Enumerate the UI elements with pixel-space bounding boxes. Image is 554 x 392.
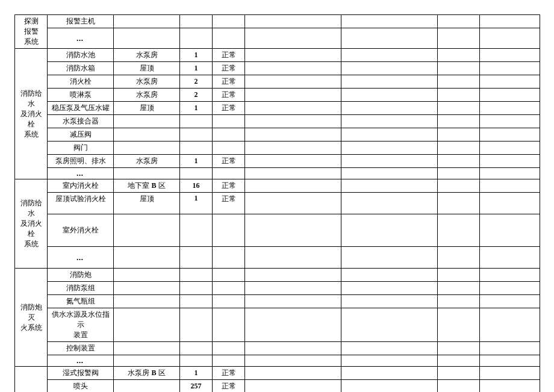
blank-cell (438, 28, 480, 49)
status-cell: 正常 (213, 102, 245, 115)
table-row: 泵房照明、排水水泵房1正常 (15, 155, 540, 168)
location-cell (114, 214, 180, 247)
system-cell: 消防给水及消火栓系统 (15, 179, 48, 269)
table-row: 自动喷水灭火湿式报警阀水泵房 B 区1正常 (15, 367, 540, 380)
blank-cell (438, 193, 480, 214)
quantity-cell: 1 (180, 49, 213, 62)
blank-cell (480, 168, 540, 179)
table-row: … (15, 168, 540, 179)
status-cell: 正常 (213, 62, 245, 75)
status-cell: 正常 (213, 75, 245, 89)
table-row: 消防给水及消火栓系统消防水池水泵房1正常 (15, 49, 540, 62)
blank-cell (341, 367, 438, 380)
table-row: 供水水源及水位指示装置 (15, 308, 540, 342)
blank-cell (245, 269, 341, 282)
blank-cell (438, 15, 480, 28)
quantity-cell (180, 15, 213, 28)
table-row: … (15, 28, 540, 49)
blank-cell (245, 128, 341, 142)
blank-cell (480, 295, 540, 308)
item-cell: 消防水箱 (48, 62, 114, 75)
blank-cell (245, 89, 341, 102)
quantity-cell (180, 28, 213, 49)
item-cell: 消防泵组 (48, 282, 114, 295)
blank-cell (438, 89, 480, 102)
table-row: 减压阀 (15, 128, 540, 142)
blank-cell (438, 342, 480, 355)
quantity-cell (180, 269, 213, 282)
blank-cell (480, 179, 540, 193)
item-cell: 减压阀 (48, 128, 114, 142)
item-cell: 喷头 (48, 380, 114, 393)
item-cell: 喷淋泵 (48, 89, 114, 102)
quantity-cell: 1 (180, 155, 213, 168)
blank-cell (341, 115, 438, 128)
quantity-cell (180, 168, 213, 179)
blank-cell (245, 355, 341, 367)
item-cell: 供水水源及水位指示装置 (48, 308, 114, 342)
blank-cell (245, 75, 341, 89)
status-cell (213, 269, 245, 282)
quantity-cell (180, 247, 213, 269)
location-cell: 屋顶 (114, 102, 180, 115)
item-cell: … (48, 168, 114, 179)
table-row: 控制装置 (15, 342, 540, 355)
table-row: 屋顶试验消火栓屋顶1正常 (15, 193, 540, 214)
status-cell (213, 168, 245, 179)
blank-cell (245, 115, 341, 128)
blank-cell (245, 142, 341, 155)
blank-cell (438, 155, 480, 168)
status-cell (213, 342, 245, 355)
item-cell: 消防水池 (48, 49, 114, 62)
quantity-cell (180, 128, 213, 142)
location-cell: 水泵房 (114, 49, 180, 62)
blank-cell (480, 269, 540, 282)
status-cell (213, 15, 245, 28)
blank-cell (341, 282, 438, 295)
item-cell: 水泵接合器 (48, 115, 114, 128)
location-cell (114, 282, 180, 295)
status-cell (213, 247, 245, 269)
blank-cell (341, 89, 438, 102)
quantity-cell (180, 214, 213, 247)
location-cell (114, 168, 180, 179)
location-cell (114, 28, 180, 49)
quantity-cell (180, 142, 213, 155)
table-row: 消防泵组 (15, 282, 540, 295)
table-row: 消防给水及消火栓系统室内消火栓地下室 B 区16正常 (15, 179, 540, 193)
item-cell: 控制装置 (48, 342, 114, 355)
blank-cell (480, 75, 540, 89)
inspection-table: 探测报警系统报警主机…消防给水及消火栓系统消防水池水泵房1正常消防水箱屋顶1正常… (14, 14, 540, 392)
table-row: 消火栓水泵房2正常 (15, 75, 540, 89)
quantity-cell (180, 342, 213, 355)
quantity-cell (180, 282, 213, 295)
quantity-cell (180, 115, 213, 128)
blank-cell (480, 342, 540, 355)
status-cell (213, 308, 245, 342)
status-cell: 正常 (213, 89, 245, 102)
blank-cell (245, 102, 341, 115)
blank-cell (341, 15, 438, 28)
blank-cell (245, 295, 341, 308)
blank-cell (341, 269, 438, 282)
table-row: 阀门 (15, 142, 540, 155)
blank-cell (480, 89, 540, 102)
location-cell: 水泵房 (114, 89, 180, 102)
location-cell (114, 342, 180, 355)
blank-cell (438, 295, 480, 308)
status-cell: 正常 (213, 155, 245, 168)
blank-cell (341, 49, 438, 62)
table-row: 氮气瓶组 (15, 295, 540, 308)
status-cell (213, 214, 245, 247)
blank-cell (245, 308, 341, 342)
system-cell: 消防炮灭火系统 (15, 269, 48, 367)
blank-cell (341, 128, 438, 142)
item-cell: 室外消火栓 (48, 214, 114, 247)
blank-cell (480, 102, 540, 115)
location-cell: 屋顶 (114, 193, 180, 214)
location-cell (114, 295, 180, 308)
blank-cell (480, 49, 540, 62)
blank-cell (341, 214, 438, 247)
system-cell: 消防给水及消火栓系统 (15, 49, 48, 179)
item-cell: 消防炮 (48, 269, 114, 282)
